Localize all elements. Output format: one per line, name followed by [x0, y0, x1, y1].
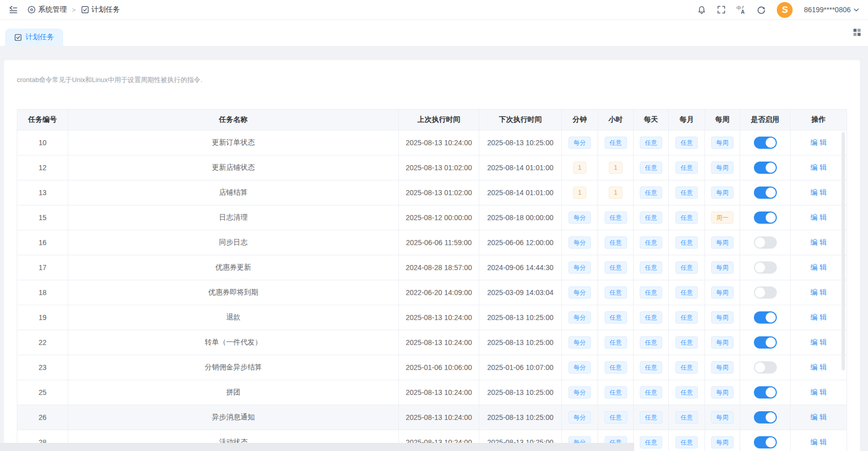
cell-hour: 任意: [598, 355, 634, 380]
enable-toggle[interactable]: [754, 286, 777, 299]
edit-link[interactable]: 编 辑: [810, 163, 827, 172]
edit-link[interactable]: 编 辑: [810, 138, 827, 147]
enable-toggle[interactable]: [754, 336, 777, 349]
minute-tag: 1: [573, 187, 587, 199]
toggle-knob: [766, 437, 776, 447]
week-tag: 每周: [711, 311, 734, 324]
user-menu[interactable]: 86199****0806: [804, 6, 859, 14]
cell-task-name: 优惠券即将到期: [68, 280, 399, 305]
table-row: 19 退款 2025-08-13 10:24:00 2025-08-13 10:…: [17, 305, 847, 330]
enable-toggle[interactable]: [754, 261, 777, 274]
cell-week: 每周: [705, 155, 740, 180]
table-row: 25 拼团 2025-08-13 10:24:00 2025-08-13 10:…: [17, 380, 847, 405]
cell-last-time: 2022-06-20 14:09:00: [399, 280, 479, 305]
month-tag: 任意: [675, 137, 698, 149]
day-tag: 任意: [640, 436, 662, 448]
breadcrumb-label: 计划任务: [92, 5, 120, 14]
enable-toggle[interactable]: [754, 361, 777, 374]
chevron-down-icon: [854, 8, 859, 12]
minute-tag: 每分: [568, 286, 591, 299]
content-card: crontab命令常见于Unix和Linux中用于设置周期性被执行的指令. 任务…: [4, 60, 860, 451]
month-tag: 任意: [675, 162, 698, 174]
month-tag: 任意: [675, 436, 698, 448]
cell-last-time: 2025-01-06 10:06:00: [399, 355, 479, 380]
translate-icon[interactable]: 中 A: [737, 5, 746, 14]
month-tag: 任意: [675, 386, 698, 399]
column-header-week: 每周: [705, 110, 740, 130]
cell-minute: 每分: [562, 255, 598, 280]
minute-tag: 每分: [568, 311, 591, 324]
cell-next-time: 2025-01-06 10:07:00: [479, 355, 562, 380]
menu-fold-icon[interactable]: [9, 6, 17, 14]
enable-toggle[interactable]: [754, 211, 777, 224]
settings-icon: [28, 6, 36, 14]
cell-hour: 任意: [598, 305, 634, 330]
bell-icon[interactable]: [697, 6, 706, 14]
edit-link[interactable]: 编 辑: [810, 438, 827, 447]
table-scrollbar-thumb[interactable]: [842, 132, 845, 370]
day-tag: 任意: [640, 137, 662, 149]
table-row: 10 更新订单状态 2025-08-13 10:24:00 2025-08-13…: [17, 130, 847, 155]
cell-day: 任意: [634, 130, 669, 155]
edit-link[interactable]: 编 辑: [810, 263, 827, 272]
cell-month: 任意: [669, 255, 705, 280]
edit-link[interactable]: 编 辑: [810, 288, 827, 297]
enable-toggle[interactable]: [754, 236, 777, 249]
cell-minute: 每分: [562, 355, 598, 380]
edit-link[interactable]: 编 辑: [810, 363, 827, 372]
enable-toggle[interactable]: [754, 187, 777, 199]
enable-toggle[interactable]: [754, 137, 777, 149]
cell-hour: 1: [598, 180, 634, 205]
enable-toggle[interactable]: [754, 386, 777, 399]
cell-hour: 任意: [598, 380, 634, 405]
cell-next-time: 2025-08-18 00:00:00: [479, 205, 562, 230]
cell-week: 每周: [705, 430, 740, 451]
toggle-knob: [755, 237, 765, 248]
enable-toggle[interactable]: [754, 436, 777, 448]
column-header-enabled: 是否启用: [740, 110, 791, 130]
cell-task-name: 店铺结算: [68, 180, 399, 205]
edit-link[interactable]: 编 辑: [810, 188, 827, 197]
minute-tag: 每分: [568, 361, 591, 374]
month-tag: 任意: [675, 286, 698, 299]
edit-link[interactable]: 编 辑: [810, 388, 827, 397]
edit-link[interactable]: 编 辑: [810, 313, 827, 322]
table-row: 16 同步日志 2025-06-06 11:59:00 2025-06-06 1…: [17, 230, 847, 255]
cell-task-id: 10: [17, 130, 68, 155]
fullscreen-icon[interactable]: [717, 6, 725, 14]
cell-month: 任意: [669, 180, 705, 205]
cell-next-time: 2025-08-13 10:25:00: [479, 330, 562, 355]
toggle-knob: [766, 312, 776, 323]
tab-scheduled-tasks[interactable]: 计划任务: [5, 29, 63, 46]
enable-toggle[interactable]: [754, 162, 777, 174]
column-header-month: 每月: [669, 110, 705, 130]
cell-next-time: 2025-08-13 10:25:00: [479, 130, 562, 155]
cell-task-name: 拼团: [68, 380, 399, 405]
breadcrumb-item-system[interactable]: 系统管理: [28, 5, 67, 14]
edit-link[interactable]: 编 辑: [810, 213, 827, 222]
cell-day: 任意: [634, 255, 669, 280]
cell-minute: 每分: [562, 405, 598, 430]
month-tag: 任意: [675, 361, 698, 374]
enable-toggle[interactable]: [754, 311, 777, 324]
edit-link[interactable]: 编 辑: [810, 238, 827, 247]
avatar[interactable]: S: [777, 2, 793, 18]
horizontal-scrollbar-track[interactable]: [0, 443, 634, 451]
cell-hour: 任意: [598, 230, 634, 255]
day-tag: 任意: [640, 411, 662, 423]
table-row: 12 更新店铺状态 2025-08-13 01:02:00 2025-08-14…: [17, 155, 847, 180]
tab-label: 计划任务: [25, 33, 54, 42]
cell-day: 任意: [634, 205, 669, 230]
cell-week: 每周: [705, 180, 740, 205]
breadcrumb-item-tasks[interactable]: 计划任务: [81, 5, 120, 14]
cell-task-id: 13: [17, 180, 68, 205]
enable-toggle[interactable]: [754, 411, 777, 423]
toggle-knob: [766, 188, 776, 198]
refresh-icon[interactable]: [757, 6, 766, 14]
apps-grid-icon[interactable]: [853, 29, 861, 36]
edit-link[interactable]: 编 辑: [810, 338, 827, 347]
cell-next-time: 2025-08-13 10:25:00: [479, 380, 562, 405]
cell-task-id: 16: [17, 230, 68, 255]
edit-link[interactable]: 编 辑: [810, 413, 827, 422]
cell-hour: 任意: [598, 405, 634, 430]
